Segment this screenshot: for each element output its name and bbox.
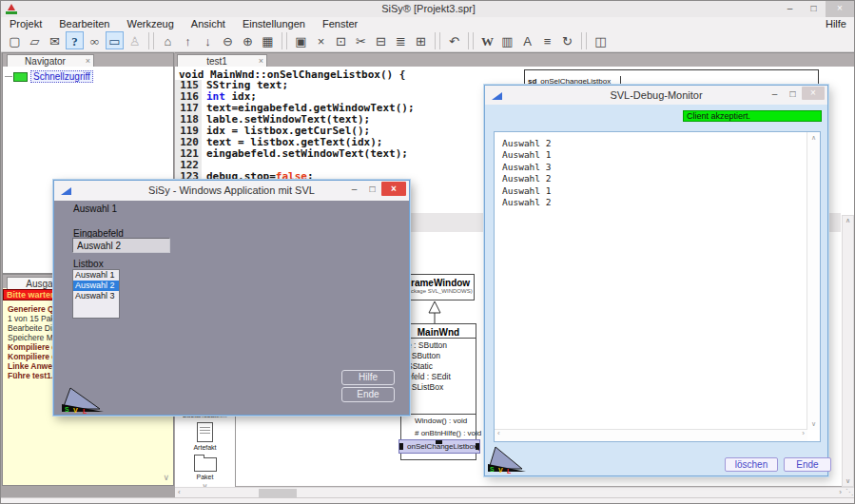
dialog-ende-button[interactable]: Ende — [341, 387, 395, 402]
debug-loeschen-button[interactable]: löschen — [725, 457, 778, 472]
refresh-image-icon[interactable]: ↻ — [558, 31, 576, 49]
class-mainwnd[interactable]: MainWnd e : SButton: SButtonSStaticefeld… — [400, 323, 476, 460]
menu-item-fenster[interactable]: Fenster — [314, 18, 366, 29]
help-icon[interactable]: ? — [66, 31, 84, 49]
class-attribute[interactable]: : SListBox — [401, 382, 476, 393]
auswahl-listbox[interactable]: Auswahl 1Auswahl 2Auswahl 3 — [72, 269, 120, 319]
copy-icon[interactable]: ⊡ — [332, 31, 350, 49]
menu-item-einstellungen[interactable]: Einstellungen — [234, 18, 314, 29]
scroll-down-icon[interactable]: ∨ — [843, 477, 853, 485]
undo-icon[interactable]: ↶ — [445, 31, 463, 49]
book-icon[interactable]: ◫ — [592, 31, 610, 49]
maximize-icon[interactable]: □ — [802, 1, 826, 17]
class-method[interactable]: # onBtnHilfe() : void — [401, 427, 476, 439]
tab-test1[interactable]: test1 × — [177, 54, 267, 67]
palette-item-label: Artefakt — [175, 444, 235, 451]
zoom-out-icon[interactable]: ⊖ — [219, 31, 237, 49]
arrow-up-icon[interactable]: ↑ — [179, 31, 197, 49]
scroll-up-icon[interactable]: ∧ — [843, 217, 853, 224]
tab-close-icon[interactable]: × — [256, 56, 266, 66]
arrow-down-icon[interactable]: ↓ — [199, 31, 217, 49]
selection-handle[interactable] — [398, 443, 403, 450]
static-label: Auswahl 1 — [73, 204, 117, 214]
debug-ende-button[interactable]: Ende — [784, 457, 831, 472]
menu-item-projekt[interactable]: Projekt — [1, 18, 50, 29]
minimize-icon[interactable]: – — [778, 1, 802, 17]
tab-navigator[interactable]: Navigator × — [7, 54, 94, 67]
delete-icon[interactable]: × — [312, 31, 330, 49]
selection-handle[interactable] — [436, 439, 442, 444]
close-icon[interactable]: × — [826, 1, 854, 17]
resize-grip-icon[interactable]: ⋱ — [845, 488, 853, 496]
new-document-icon[interactable]: ▢ — [6, 31, 24, 49]
menu-item-hilfe[interactable]: Hilfe — [816, 18, 855, 29]
client-status-badge: Client akzeptiert. — [683, 110, 822, 122]
tree-item-schnellzugriff[interactable]: Schnellzugriff — [5, 70, 93, 83]
palette-item-artefakt[interactable]: Artefakt — [175, 422, 235, 451]
dialog-hilfe-button[interactable]: Hilfe — [341, 370, 395, 385]
paste-icon[interactable]: ⊟ — [372, 31, 390, 49]
scroll-right-icon[interactable]: › — [839, 488, 842, 496]
maximize-icon[interactable]: □ — [784, 88, 802, 99]
listbox-item[interactable]: Auswahl 3 — [73, 291, 119, 301]
word-export-icon[interactable]: W — [478, 31, 496, 49]
person-icon: ♙ — [126, 31, 144, 49]
class-attribute[interactable]: e : SButton — [401, 340, 476, 351]
close-icon[interactable]: × — [802, 87, 825, 100]
palette-item-label: Paket — [175, 474, 235, 480]
class-framewindow[interactable]: FrameWindow (package SVL_WINDOWS) — [400, 274, 475, 300]
class-method[interactable]: Window() : void — [401, 415, 476, 427]
debug-vscrollbar[interactable]: ∧ ∨ — [806, 132, 820, 430]
menu-item-ansicht[interactable]: Ansicht — [183, 18, 234, 29]
class-attribute[interactable]: : SButton — [401, 351, 476, 361]
output-scroll-down-icon[interactable]: ∨ — [163, 473, 169, 482]
listbox-item[interactable]: Auswahl 2 — [73, 281, 119, 291]
debug-titlebar[interactable]: SVL-Debug-Monitor – □ × — [485, 86, 827, 105]
format-list-icon[interactable]: ≡ — [538, 31, 556, 49]
class-attribute[interactable]: SStatic — [401, 361, 476, 372]
hscroll-thumb[interactable] — [259, 489, 297, 497]
eingabefeld-input[interactable] — [72, 238, 170, 253]
selection-handle-active[interactable] — [434, 453, 442, 454]
menu-item-werkzeug[interactable]: Werkzeug — [118, 18, 182, 29]
scroll-up-icon[interactable]: ∧ — [807, 134, 820, 142]
palette-item-paket[interactable]: Paket — [175, 457, 235, 480]
tab-close-icon[interactable]: × — [83, 56, 93, 66]
diagram-help-icon[interactable]: ▦ — [259, 31, 277, 49]
toolbar-separator — [148, 32, 154, 49]
debug-output-lines: Auswahl 2Auswahl 1Auswahl 3Auswahl 2Ausw… — [502, 138, 551, 208]
home-icon[interactable]: ⌂ — [159, 31, 177, 49]
properties-list-icon[interactable]: ≣ — [392, 31, 410, 49]
status-bar — [1, 497, 855, 504]
diagram-vscrollbar[interactable]: ∧ ∨ — [842, 215, 854, 487]
font-icon[interactable]: A — [518, 31, 536, 49]
table-icon[interactable]: ⊞ — [412, 31, 430, 49]
listbox-item[interactable]: Auswahl 1 — [73, 270, 119, 281]
maximize-icon[interactable]: □ — [363, 184, 381, 194]
scroll-right-icon[interactable]: › — [802, 429, 805, 437]
menu-item-bearbeiten[interactable]: Bearbeiten — [50, 18, 118, 29]
minimize-icon[interactable]: – — [345, 184, 363, 194]
selection-handle[interactable] — [476, 443, 480, 450]
open-folder-icon[interactable]: ▱ — [26, 31, 44, 49]
class-method-selected[interactable]: onSelChangeListbox() : void — [398, 439, 480, 454]
scroll-down-icon[interactable]: ∨ — [807, 420, 820, 428]
svg-text:S: S — [65, 406, 69, 413]
minimize-icon[interactable]: – — [766, 88, 784, 99]
scroll-left-icon[interactable]: ‹ — [497, 429, 500, 437]
window-editor-icon[interactable]: ▭ — [106, 31, 124, 49]
dialog-titlebar[interactable]: SiSy - Windows Application mit SVL – □ × — [54, 181, 409, 201]
clipboard-icon[interactable]: ▣ — [292, 31, 310, 49]
class-attribute[interactable]: efeld : SEdit — [401, 372, 476, 382]
tree-line — [5, 76, 12, 77]
print-icon[interactable]: ▥ — [498, 31, 516, 49]
debug-output-line: Auswahl 2 — [502, 173, 551, 184]
debug-hscrollbar[interactable]: ‹ › — [495, 429, 807, 441]
mail-icon[interactable]: ✉ — [46, 31, 64, 49]
cut-icon[interactable]: ✂ — [352, 31, 370, 49]
svg-text:L: L — [83, 408, 87, 414]
scroll-left-icon[interactable]: ‹ — [178, 488, 181, 496]
search-binoculars-icon[interactable]: ∞ — [86, 31, 104, 49]
close-icon[interactable]: × — [381, 182, 406, 196]
zoom-in-icon[interactable]: ⊕ — [239, 31, 257, 49]
